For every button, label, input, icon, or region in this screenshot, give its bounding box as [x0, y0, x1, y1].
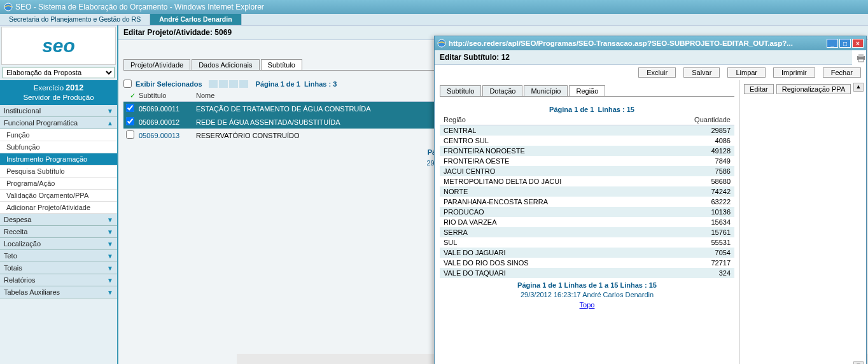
editar-button[interactable]: Editar: [744, 84, 774, 94]
chevron-down-icon: ▼: [107, 277, 113, 284]
excluir-button[interactable]: Excluir: [638, 67, 676, 78]
nav-funcional-children: Função Subfunção Instrumento Programação…: [0, 129, 117, 214]
chevron-down-icon: ▼: [107, 253, 113, 260]
popup-left-panel: Subtítulo Dotação Município Região Págin…: [435, 80, 740, 364]
close-button[interactable]: ×: [852, 39, 864, 48]
tabstrip-tab-secretaria[interactable]: Secretaria do Planejamento e Gestão do R…: [0, 14, 150, 25]
subtab-dotacao[interactable]: Dotação: [482, 85, 522, 96]
region-name: RIO DA VARZEA: [444, 218, 686, 226]
ie-icon: [437, 39, 446, 48]
col-subtitulo: Subtítulo: [139, 92, 196, 100]
region-qty: 10136: [686, 208, 731, 216]
region-name: JACUI CENTRO: [444, 167, 686, 175]
region-row[interactable]: SERRA15761: [440, 227, 734, 237]
region-name: SUL: [444, 239, 686, 246]
nav-despesa[interactable]: Despesa▼: [0, 214, 117, 226]
region-row[interactable]: METROPOLITANO DELTA DO JACUI58680: [440, 176, 734, 186]
imprimir-button[interactable]: Imprimir: [773, 67, 815, 78]
nav-teto[interactable]: Teto▼: [0, 250, 117, 262]
chevron-down-icon: ▼: [107, 108, 113, 115]
region-row[interactable]: PRODUCAO10136: [440, 207, 734, 217]
subtab-subtitulo[interactable]: Subtítulo: [440, 85, 481, 96]
svg-rect-4: [858, 59, 864, 62]
regionalizacao-ppa-button[interactable]: Regionalização PPA: [776, 84, 851, 94]
chevron-down-icon: ▼: [107, 289, 113, 296]
scroll-up-button[interactable]: ▲: [853, 83, 864, 92]
popup-subtabs: Subtítulo Dotação Município Região: [440, 85, 734, 97]
tabstrip-tab-user[interactable]: André Carlos Denardin: [150, 14, 241, 25]
region-row[interactable]: CENTRAL29857: [440, 125, 734, 136]
svg-rect-3: [858, 54, 864, 57]
region-qty: 72717: [686, 259, 731, 267]
pager-icons[interactable]: [209, 80, 249, 88]
popup-window: http://seo.reders/apl/SEO/Programas/SEO-…: [434, 36, 867, 364]
pagina-label: Página 1 de 1: [256, 80, 300, 88]
nav-subfuncao[interactable]: Subfunção: [0, 141, 117, 153]
region-name: CENTRO SUL: [444, 137, 686, 144]
region-name: METROPOLITANO DELTA DO JACUI: [444, 178, 686, 185]
maximize-button[interactable]: □: [839, 39, 851, 48]
tab-subtitulo[interactable]: Subtítulo: [261, 59, 302, 70]
window-titlebar: SEO - Sistema de Elaboração do Orçamento…: [0, 0, 868, 14]
region-row[interactable]: FRONTEIRA NOROESTE49128: [440, 146, 734, 156]
nav-totais[interactable]: Totais▼: [0, 262, 117, 274]
region-row[interactable]: SUL55531: [440, 237, 734, 248]
logo-box: seo: [1, 27, 116, 65]
region-row[interactable]: VALE DO RIO DOS SINOS72717: [440, 258, 734, 268]
nav-institucional[interactable]: Institucional▼: [0, 105, 117, 117]
topo-link[interactable]: Topo: [580, 301, 595, 309]
proposta-select[interactable]: Elaboração da Proposta: [3, 67, 115, 78]
scroll-down-button[interactable]: ▼: [853, 361, 864, 364]
exibir-selecionados-checkbox[interactable]: [123, 80, 132, 88]
chevron-down-icon: ▼: [107, 241, 113, 248]
region-row[interactable]: CENTRO SUL4086: [440, 136, 734, 146]
region-pager: Página 1 de 1 Linhas : 15: [440, 106, 734, 113]
region-row[interactable]: JACUI CENTRO7586: [440, 166, 734, 176]
nav-programa-acao[interactable]: Programa/Ação: [0, 178, 117, 190]
nav-localizacao[interactable]: Localização▼: [0, 238, 117, 250]
region-qty: 324: [686, 269, 731, 277]
nav-adicionar-projeto[interactable]: Adicionar Projeto/Atividade: [0, 202, 117, 214]
fechar-button[interactable]: Fechar: [823, 67, 861, 78]
tab-dados-adicionais[interactable]: Dados Adicionais: [192, 59, 259, 70]
nav-funcional-programatica[interactable]: Funcional Programática▲: [0, 117, 117, 129]
region-row[interactable]: RIO DA VARZEA15634: [440, 217, 734, 227]
region-row[interactable]: FRONTEIRA OESTE7849: [440, 156, 734, 166]
nav-funcao[interactable]: Função: [0, 129, 117, 141]
region-name: PRODUCAO: [444, 208, 686, 216]
region-qty: 58680: [686, 178, 731, 185]
subtab-municipio[interactable]: Município: [524, 85, 568, 96]
nav-validacao-orcamento[interactable]: Validação Orçamento/PPA: [0, 190, 117, 202]
nav-receita[interactable]: Receita▼: [0, 226, 117, 238]
region-name: FRONTEIRA NOROESTE: [444, 147, 686, 155]
region-footer: Página 1 de 1 Linhas de 1 a 15 Linhas : …: [435, 281, 739, 310]
sidebar: seo Elaboração da Proposta Exercício 201…: [0, 25, 118, 364]
region-row[interactable]: VALE DO TAQUARI324: [440, 268, 734, 278]
region-row[interactable]: PARANHANA-ENCOSTA SERRA63222: [440, 197, 734, 207]
nav-pesquisa-subtitulo[interactable]: Pesquisa Subtítulo: [0, 165, 117, 178]
nav-relatorios[interactable]: Relatórios▼: [0, 274, 117, 286]
minimize-button[interactable]: _: [827, 39, 838, 48]
row-checkbox[interactable]: [126, 117, 134, 125]
region-qty: 15761: [686, 228, 731, 236]
nav-instrumento-programacao[interactable]: Instrumento Programação: [0, 153, 117, 165]
popup-titlebar: http://seo.reders/apl/SEO/Programas/SEO-…: [435, 36, 866, 50]
region-qty: 7054: [686, 249, 731, 256]
window-title: SEO - Sistema de Elaboração do Orçamento…: [15, 3, 264, 11]
limpar-button[interactable]: Limpar: [727, 67, 766, 78]
region-name: VALE DO TAQUARI: [444, 269, 686, 277]
salvar-button[interactable]: Salvar: [683, 67, 720, 78]
chevron-down-icon: ▼: [107, 228, 113, 235]
region-qty: 7586: [686, 167, 731, 175]
region-row[interactable]: NORTE74242: [440, 186, 734, 197]
row-checkbox[interactable]: [126, 130, 134, 139]
row-checkbox[interactable]: [126, 104, 134, 112]
linhas-label: Linhas : 3: [304, 80, 337, 88]
print-icon[interactable]: [856, 53, 866, 62]
nav-tabelas-auxiliares[interactable]: Tabelas Auxiliares▼: [0, 286, 117, 298]
popup-actions: Excluir Salvar Limpar Imprimir Fechar: [435, 65, 866, 80]
popup-url: http://seo.reders/apl/SEO/Programas/SEO-…: [449, 39, 793, 47]
region-row[interactable]: VALE DO JAGUARI7054: [440, 248, 734, 258]
tab-projeto-atividade[interactable]: Projeto/Atividade: [123, 59, 190, 70]
subtab-regiao[interactable]: Região: [569, 85, 605, 96]
